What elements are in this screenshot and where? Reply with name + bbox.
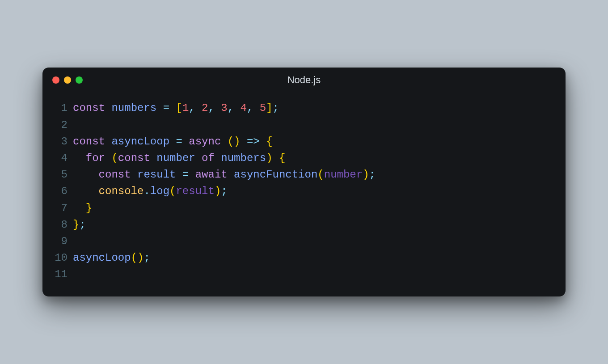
- code-line: 10asyncLoop();: [42, 250, 566, 266]
- code-editor[interactable]: 1const numbers = [1, 2, 3, 4, 5];23const…: [42, 87, 566, 296]
- token-func: asyncLoop: [73, 252, 131, 264]
- token-plain: [189, 169, 195, 181]
- code-line: 7 }: [42, 200, 566, 216]
- maximize-button[interactable]: [76, 76, 83, 84]
- token-plain: [73, 152, 86, 164]
- token-number: 3: [221, 102, 227, 114]
- token-plain: [131, 169, 137, 181]
- token-punct: ,: [247, 102, 253, 114]
- line-number: 9: [42, 233, 73, 250]
- token-bracket: {: [266, 135, 272, 148]
- token-builtin: console: [99, 185, 144, 197]
- code-line: 11: [42, 266, 566, 283]
- token-number: 2: [202, 102, 208, 114]
- token-punct: ,: [228, 102, 234, 114]
- line-content: console.log(result);: [73, 183, 228, 199]
- line-content: const numbers = [1, 2, 3, 4, 5];: [73, 100, 279, 116]
- token-plain: [215, 102, 221, 114]
- token-bracket: ]: [266, 102, 272, 114]
- token-operator: =>: [247, 135, 260, 148]
- code-line: 6 console.log(result);: [42, 183, 566, 199]
- line-number: 11: [42, 266, 73, 283]
- line-number: 10: [42, 250, 73, 266]
- code-line: 1const numbers = [1, 2, 3, 4, 5];: [42, 100, 566, 116]
- token-plain: [253, 102, 259, 114]
- minimize-button[interactable]: [64, 76, 71, 84]
- code-window: Node.js 1const numbers = [1, 2, 3, 4, 5]…: [42, 68, 566, 296]
- line-content: }: [73, 200, 92, 216]
- token-plain: [215, 152, 221, 164]
- token-keyword: const: [73, 102, 105, 114]
- token-plain: [105, 135, 111, 148]
- token-keyword: await: [195, 169, 228, 181]
- titlebar: Node.js: [42, 68, 566, 87]
- token-bracket: (: [111, 152, 118, 164]
- token-bracket: (: [131, 252, 137, 264]
- token-plain: [221, 135, 227, 148]
- token-plain: [176, 169, 182, 181]
- line-content: asyncLoop();: [73, 250, 150, 266]
- code-line: 3const asyncLoop = async () => {: [42, 133, 566, 150]
- code-line: 9: [42, 233, 566, 250]
- token-punct: ,: [189, 102, 195, 114]
- line-content: for (const number of numbers) {: [73, 150, 285, 166]
- line-number: 5: [42, 166, 73, 183]
- token-var: number: [156, 152, 195, 164]
- code-line: 5 const result = await asyncFunction(num…: [42, 166, 566, 183]
- token-param: number: [324, 169, 363, 181]
- token-punct: .: [144, 185, 150, 197]
- code-line: 4 for (const number of numbers) {: [42, 150, 566, 166]
- token-bracket: ): [215, 185, 221, 197]
- token-plain: [169, 102, 176, 114]
- token-bracket: }: [86, 202, 92, 214]
- token-keyword: async: [189, 135, 221, 148]
- token-plain: [150, 152, 156, 164]
- token-operator: =: [182, 169, 189, 181]
- token-plain: [156, 102, 163, 114]
- token-punct: ;: [273, 102, 279, 114]
- token-plain: [73, 169, 99, 181]
- line-number: 4: [42, 150, 73, 166]
- token-keyword: const: [99, 169, 131, 181]
- token-bracket: (: [228, 135, 234, 148]
- line-number: 3: [42, 133, 73, 150]
- traffic-lights: [52, 76, 83, 84]
- token-property: log: [150, 185, 169, 197]
- token-bracket: ): [266, 152, 272, 164]
- token-plain: [241, 135, 247, 148]
- token-plain: [105, 102, 111, 114]
- token-bracket: (: [317, 169, 324, 181]
- close-button[interactable]: [52, 76, 59, 84]
- token-number: 5: [260, 102, 266, 114]
- line-number: 6: [42, 183, 73, 199]
- token-plain: [195, 152, 202, 164]
- token-bracket: {: [279, 152, 285, 164]
- token-var: numbers: [111, 102, 156, 114]
- token-number: 4: [241, 102, 247, 114]
- token-keyword: const: [118, 152, 150, 164]
- code-line: 8};: [42, 216, 566, 233]
- token-param: result: [176, 185, 214, 197]
- line-content: const asyncLoop = async () => {: [73, 133, 273, 150]
- token-punct: ;: [221, 185, 227, 197]
- token-bracket: (: [169, 185, 176, 197]
- token-bracket: ): [137, 252, 144, 264]
- token-bracket: ): [363, 169, 369, 181]
- token-plain: [73, 202, 86, 214]
- token-bracket: ): [234, 135, 240, 148]
- token-func: asyncFunction: [234, 169, 317, 181]
- token-punct: ;: [144, 252, 150, 264]
- token-plain: [273, 152, 279, 164]
- token-punct: ;: [79, 219, 85, 231]
- token-var: numbers: [221, 152, 266, 164]
- line-number: 1: [42, 100, 73, 116]
- token-plain: [228, 169, 234, 181]
- token-plain: [73, 185, 99, 197]
- token-var: result: [137, 169, 176, 181]
- token-plain: [260, 135, 266, 148]
- line-number: 7: [42, 200, 73, 216]
- token-plain: [169, 135, 176, 148]
- token-keyword: of: [202, 152, 215, 164]
- line-number: 2: [42, 117, 73, 133]
- token-bracket: }: [73, 219, 79, 231]
